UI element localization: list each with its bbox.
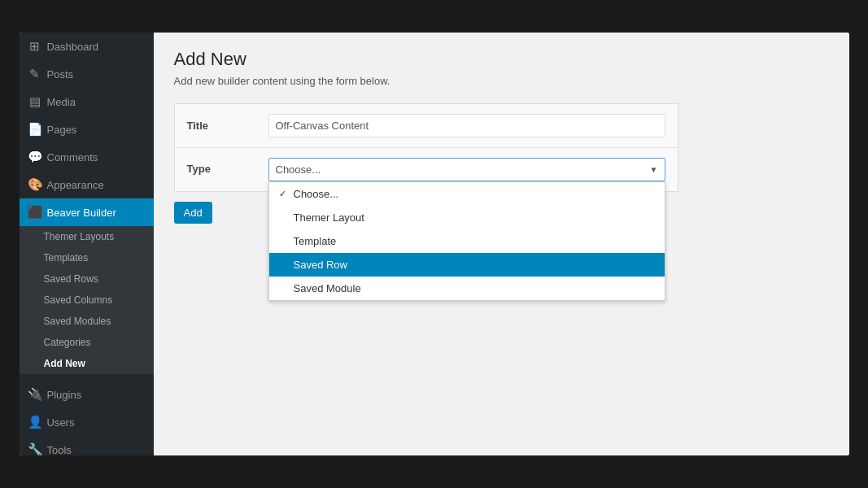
sidebar-item-pages-label: Pages — [47, 124, 77, 136]
dashboard-icon: ⊞ — [28, 39, 42, 54]
sidebar-item-dashboard-label: Dashboard — [47, 41, 99, 53]
users-icon: 👤 — [28, 415, 42, 429]
sidebar-item-appearance[interactable]: 🎨 Appearance — [20, 171, 154, 198]
page-subtitle: Add new builder content using the form b… — [174, 75, 829, 87]
dropdown-item-themer-layout[interactable]: Themer Layout — [269, 206, 665, 229]
sidebar-item-media[interactable]: ▤ Media — [20, 88, 154, 115]
title-label: Title — [187, 120, 268, 132]
sidebar-item-posts[interactable]: ✎ Posts — [20, 60, 154, 88]
posts-icon: ✎ — [28, 67, 42, 81]
sidebar-item-pages[interactable]: 📄 Pages — [20, 115, 154, 143]
type-dropdown-menu: ✓ Choose... Themer Layout Template — [268, 181, 665, 301]
title-row: Title — [175, 104, 678, 148]
sidebar-item-plugins[interactable]: 🔌 Plugins — [20, 381, 154, 408]
dropdown-item-saved-module[interactable]: Saved Module — [269, 277, 665, 300]
submenu-themer-layouts[interactable]: Themer Layouts — [20, 226, 154, 247]
plugins-icon: 🔌 — [28, 387, 42, 402]
dropdown-item-choose[interactable]: ✓ Choose... — [269, 182, 665, 206]
type-row: Type Choose... ▼ ✓ Choose... — [175, 148, 678, 191]
sidebar-item-plugins-label: Plugins — [47, 389, 82, 401]
sidebar-item-tools-label: Tools — [47, 444, 72, 456]
sidebar-item-dashboard[interactable]: ⊞ Dashboard — [20, 33, 154, 60]
type-select-display[interactable]: Choose... ▼ — [268, 158, 665, 181]
sidebar-item-beaver-builder[interactable]: ⬛ Beaver Builder — [20, 198, 154, 226]
submenu-saved-rows[interactable]: Saved Rows — [20, 268, 154, 290]
appearance-icon: 🎨 — [28, 177, 42, 192]
sidebar-item-users-label: Users — [47, 416, 75, 429]
sidebar-item-tools[interactable]: 🔧 Tools — [20, 436, 154, 455]
sidebar-item-posts-label: Posts — [47, 68, 74, 81]
submenu-saved-columns[interactable]: Saved Columns — [20, 290, 154, 311]
sidebar-item-appearance-label: Appearance — [47, 179, 104, 191]
type-field-wrapper: Choose... ▼ ✓ Choose... Themer Layout — [268, 158, 665, 181]
add-button[interactable]: Add — [174, 202, 212, 224]
type-label: Type — [187, 158, 268, 175]
add-new-form: Title Type Choose... ▼ ✓ — [174, 103, 678, 192]
main-content: Add New Add new builder content using th… — [154, 33, 849, 455]
media-icon: ▤ — [28, 94, 42, 109]
sidebar-item-media-label: Media — [47, 96, 76, 108]
submenu-templates[interactable]: Templates — [20, 247, 154, 268]
submenu-categories[interactable]: Categories — [20, 332, 154, 353]
sidebar-item-comments-label: Comments — [47, 151, 98, 163]
chevron-down-icon: ▼ — [650, 165, 658, 174]
comments-icon: 💬 — [28, 150, 42, 164]
tools-icon: 🔧 — [28, 442, 42, 455]
choose-checkmark: ✓ — [279, 189, 289, 199]
submenu-saved-modules[interactable]: Saved Modules — [20, 311, 154, 332]
type-selected-value: Choose... — [276, 163, 321, 176]
title-input[interactable] — [268, 114, 665, 137]
submenu-add-new[interactable]: Add New — [20, 353, 154, 374]
sidebar-item-beaver-builder-label: Beaver Builder — [47, 207, 116, 219]
page-title: Add New — [174, 49, 829, 70]
sidebar: ⊞ Dashboard ✎ Posts ▤ Media 📄 Pages 💬 Co… — [20, 33, 154, 455]
beaver-builder-icon: ⬛ — [28, 205, 42, 220]
sidebar-item-comments[interactable]: 💬 Comments — [20, 143, 154, 171]
beaver-builder-submenu: Themer Layouts Templates Saved Rows Save… — [20, 226, 154, 374]
wp-admin-wrapper: ⊞ Dashboard ✎ Posts ▤ Media 📄 Pages 💬 Co… — [20, 33, 849, 455]
dropdown-item-template[interactable]: Template — [269, 229, 665, 253]
pages-icon: 📄 — [28, 122, 42, 137]
sidebar-item-users[interactable]: 👤 Users — [20, 408, 154, 436]
title-field-wrapper — [268, 114, 665, 137]
dropdown-item-saved-row[interactable]: Saved Row — [269, 253, 665, 277]
